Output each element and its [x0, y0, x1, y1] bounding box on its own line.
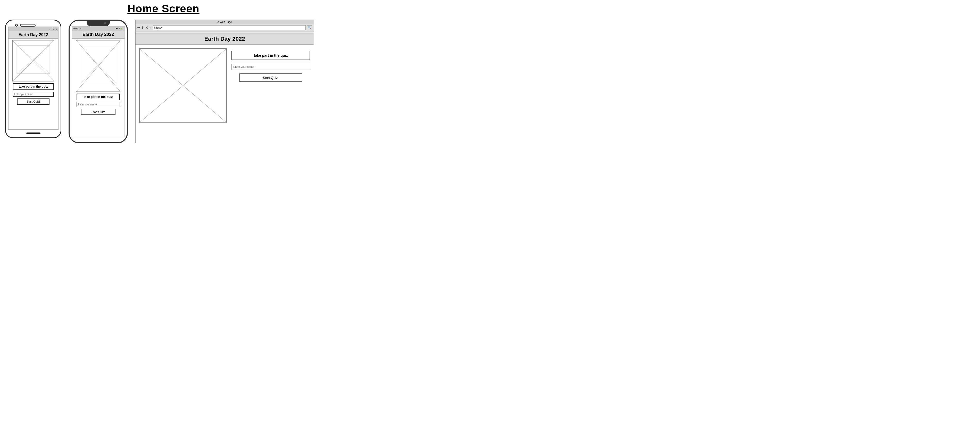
android-speaker [20, 24, 36, 27]
browser-page: Earth Day 2022 take part in the quiz Sta… [135, 33, 314, 143]
browser-forward-button[interactable]: ⇧ [141, 26, 144, 30]
android-screen: ▪ ▪ ▪ 18:51 Earth Day 2022 take par [8, 27, 59, 130]
browser-start-quiz-button[interactable]: Start Quiz! [239, 73, 302, 82]
ios-take-part-button[interactable]: take part in the quiz [76, 94, 120, 100]
android-start-quiz-button[interactable]: Start Quiz! [17, 99, 49, 105]
android-home-indicator [26, 132, 40, 134]
page-title: Home Screen [5, 3, 322, 15]
browser-url-input[interactable] [153, 25, 306, 30]
ios-content: take part in the quiz Start Quiz! [72, 39, 124, 137]
browser-page-content: take part in the quiz Start Quiz! [135, 45, 314, 143]
android-content: take part in the quiz Start Quiz! [8, 39, 58, 129]
browser-title-bar: A Web Page [135, 20, 314, 24]
browser-search-button[interactable]: 🔍 [307, 25, 312, 30]
ios-screen: 09:52 AM ▪▪▪ ≋ 🔋 Earth Day 2022 take par… [72, 26, 125, 137]
browser-take-part-button[interactable]: take part in the quiz [231, 51, 310, 60]
browser-window: A Web Page ⇦ ⇧ ✕ ⌂ 🔍 Earth Day 2022 [135, 20, 314, 143]
ios-status-bar: 09:52 AM ▪▪▪ ≋ 🔋 [72, 27, 124, 31]
ios-name-input[interactable] [76, 102, 120, 107]
browser-name-input[interactable] [231, 64, 310, 70]
ios-phone: 09:52 AM ▪▪▪ ≋ 🔋 Earth Day 2022 take par… [68, 20, 128, 143]
android-phone: ▪ ▪ ▪ 18:51 Earth Day 2022 take par [5, 20, 61, 138]
browser-image-placeholder [139, 48, 227, 123]
android-camera [15, 24, 18, 27]
ios-time: 09:52 AM [73, 28, 81, 30]
android-page-title: Earth Day 2022 [8, 31, 58, 39]
android-take-part-button[interactable]: take part in the quiz [13, 83, 54, 90]
ios-status-icons: ▪▪▪ ≋ 🔋 [116, 28, 123, 30]
android-status-icons: ▪ ▪ ▪ [49, 29, 52, 30]
browser-form-area: take part in the quiz Start Quiz! [231, 48, 310, 82]
android-time: 18:51 [52, 29, 57, 30]
browser-home-button[interactable]: ⌂ [150, 26, 151, 30]
ios-notch [87, 21, 110, 26]
ios-page-title: Earth Day 2022 [72, 31, 124, 39]
android-name-input[interactable] [13, 92, 54, 97]
browser-bookmarks-bar [135, 32, 314, 33]
browser-page-title: Earth Day 2022 [135, 33, 314, 45]
ios-start-quiz-button[interactable]: Start Quiz! [81, 109, 116, 115]
browser-close-button[interactable]: ✕ [145, 26, 148, 30]
ios-image-placeholder [76, 40, 121, 92]
devices-row: ▪ ▪ ▪ 18:51 Earth Day 2022 take par [5, 20, 322, 143]
ios-camera [104, 22, 106, 24]
browser-toolbar: ⇦ ⇧ ✕ ⌂ 🔍 [135, 24, 314, 32]
android-status-bar: ▪ ▪ ▪ 18:51 [8, 27, 58, 31]
android-image-placeholder [13, 40, 54, 81]
browser-back-button[interactable]: ⇦ [137, 26, 140, 30]
